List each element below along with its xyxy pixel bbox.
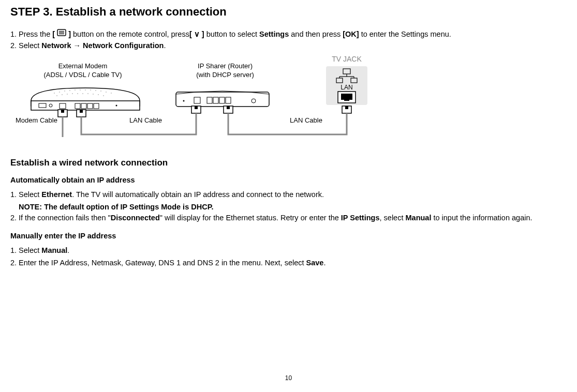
text: and then press — [289, 30, 343, 38]
svg-point-12 — [116, 104, 117, 106]
svg-point-31 — [87, 93, 88, 94]
manual-step-1: 1. Select Manual. — [10, 245, 567, 257]
menu-icon — [57, 28, 66, 40]
text: IP Sharer (Router) — [198, 62, 253, 70]
step-number: 2. — [10, 40, 19, 52]
svg-rect-36 — [61, 110, 64, 113]
step-text: Select Manual. — [19, 245, 567, 257]
auto-ip-title: Automatically obtain an IP address — [10, 176, 567, 184]
section-wired-title: Establish a wired network connection — [10, 158, 567, 168]
step-number: 1. — [10, 189, 19, 201]
text: to enter the Settings menu. — [359, 30, 451, 38]
svg-rect-65 — [344, 99, 349, 101]
step-number: 1. — [10, 29, 19, 40]
bracket: [ — [52, 30, 57, 38]
down-button: [ ∨ ] — [189, 30, 204, 38]
svg-point-32 — [93, 94, 94, 95]
step-text: Select Ethernet. The TV will automatical… — [19, 189, 567, 201]
step-number: 1. — [10, 245, 19, 257]
manual-step-2: 2. Enter the IP Address, Netmask, Gatewa… — [10, 258, 567, 269]
text: If the connection fails then " — [19, 214, 111, 222]
text: Enter the IP Address, Netmask, Gateway, … — [19, 259, 306, 267]
text: . — [164, 41, 166, 50]
text: . — [323, 259, 326, 267]
text: . — [67, 246, 69, 254]
text: Select — [19, 246, 41, 254]
svg-point-21 — [95, 90, 96, 91]
svg-rect-67 — [345, 106, 348, 109]
svg-point-17 — [75, 89, 76, 91]
svg-point-27 — [67, 94, 68, 95]
lan-cable-label-1: LAN Cable — [129, 116, 162, 124]
manual-ip-title: Manually enter the IP address — [10, 232, 567, 240]
text: (ADSL / VDSL / Cable TV) — [43, 71, 122, 79]
lan-text: LAN — [341, 84, 352, 91]
svg-point-34 — [103, 95, 104, 96]
svg-point-33 — [98, 94, 99, 95]
step-text: Press the [ ] button on the remote contr… — [19, 29, 567, 40]
lan-cable-label-2: LAN Cable — [290, 116, 322, 124]
auto-step-2: 2. If the connection fails then "Disconn… — [10, 213, 567, 224]
modem-cable-label: Modem Cable — [16, 116, 57, 124]
svg-point-18 — [80, 89, 81, 91]
step-2: 2. Select Network → Network Configuratio… — [10, 40, 567, 52]
svg-point-26 — [62, 94, 63, 95]
tvjack-label: TV JACK — [326, 54, 367, 64]
step-text: Enter the IP Address, Netmask, Gateway, … — [19, 258, 567, 269]
manual-text: Manual — [405, 214, 431, 222]
settings-text: Settings — [259, 30, 289, 38]
text: . The TV will automatically obtain an IP… — [72, 190, 324, 199]
text: (with DHCP server) — [196, 71, 254, 79]
svg-point-29 — [77, 93, 78, 94]
page-title: STEP 3. Establish a network connection — [10, 5, 567, 19]
tvjack-icon: LAN — [323, 64, 370, 131]
svg-point-23 — [106, 92, 107, 93]
svg-point-13 — [54, 93, 55, 94]
ok-button: [OK] — [343, 30, 359, 38]
svg-point-16 — [69, 90, 70, 91]
svg-rect-52 — [227, 106, 230, 109]
text: " will display for the Ethernet status. … — [160, 214, 341, 222]
svg-rect-38 — [80, 110, 83, 113]
bracket: ] — [66, 30, 71, 38]
svg-point-15 — [64, 91, 65, 92]
svg-point-20 — [90, 89, 91, 91]
svg-point-14 — [59, 92, 60, 93]
text: button to select — [204, 30, 259, 38]
text: Press the — [19, 30, 52, 38]
step-1: 1. Press the [ ] button on the remote co… — [10, 29, 567, 40]
modem-label: External Modem (ADSL / VDSL / Cable TV) — [31, 62, 135, 80]
step-number: 2. — [10, 258, 19, 269]
network-path: Network → Network Configuration — [41, 41, 164, 50]
manual-text: Manual — [41, 246, 67, 254]
text: button on the remote control, press — [71, 30, 189, 38]
text: External Modem — [58, 62, 108, 70]
step-text: Select Network → Network Configuration. — [19, 40, 567, 52]
modem-icon — [26, 83, 145, 132]
text: Select — [19, 190, 41, 199]
step-text: If the connection fails then "Disconnect… — [19, 213, 567, 224]
svg-point-24 — [111, 93, 112, 94]
intro-steps: 1. Press the [ ] button on the remote co… — [10, 29, 567, 52]
svg-point-30 — [82, 93, 83, 94]
text: Select — [19, 41, 41, 50]
page-number: 10 — [285, 374, 292, 382]
disconnected-text: Disconnected — [111, 214, 160, 222]
svg-point-42 — [183, 100, 185, 101]
router-label: IP Sharer (Router) (with DHCP server) — [176, 62, 274, 80]
text: to input the information again. — [431, 214, 532, 222]
auto-note: NOTE: The default option of IP Settings … — [19, 202, 567, 213]
svg-rect-50 — [195, 106, 198, 109]
network-diagram: External Modem (ADSL / VDSL / Cable TV) … — [10, 57, 567, 145]
manual-steps: 1. Select Manual. 2. Enter the IP Addres… — [10, 245, 567, 269]
svg-point-22 — [100, 91, 101, 92]
auto-steps: 1. Select Ethernet. The TV will automati… — [10, 189, 567, 224]
ipsettings-text: IP Settings — [341, 214, 380, 222]
save-text: Save — [306, 259, 324, 267]
router-icon — [171, 87, 274, 133]
svg-point-19 — [85, 89, 86, 91]
svg-point-25 — [56, 95, 57, 96]
auto-step-1: 1. Select Ethernet. The TV will automati… — [10, 189, 567, 201]
ethernet-text: Ethernet — [41, 190, 72, 199]
svg-point-28 — [72, 93, 73, 94]
